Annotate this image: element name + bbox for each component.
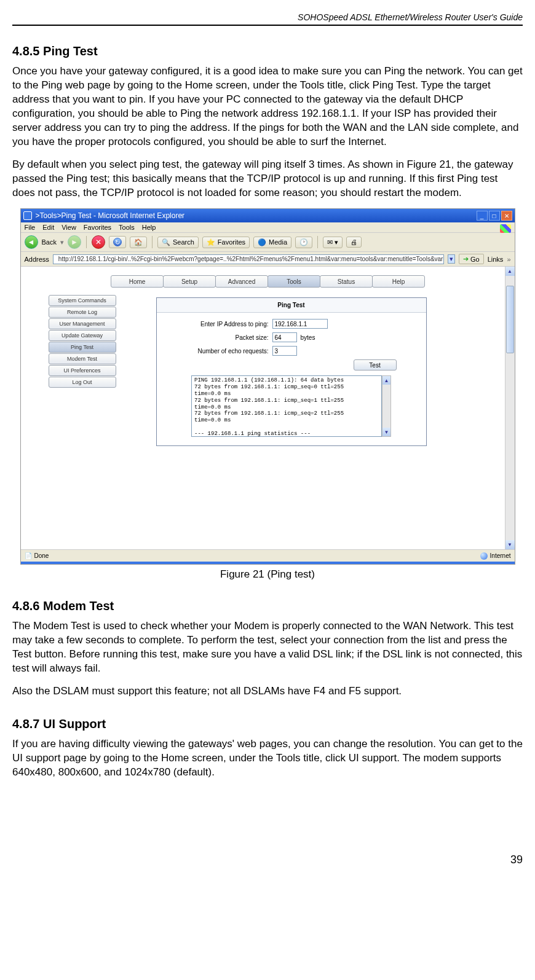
side-modem-test[interactable]: Modem Test [49, 353, 116, 364]
links-chevron-icon[interactable]: » [507, 256, 510, 263]
favorites-button[interactable]: ⭐ Favorites [202, 237, 250, 248]
side-system-commands[interactable]: System Commands [49, 295, 116, 306]
globe-icon [480, 552, 488, 560]
side-log-out[interactable]: Log Out [49, 377, 116, 388]
scroll-down-icon[interactable]: ▼ [382, 428, 390, 436]
window-title: >Tools>Ping Test - Microsoft Internet Ex… [36, 211, 185, 220]
heading-485: 4.8.5 Ping Test [12, 44, 523, 58]
test-button[interactable]: Test [354, 359, 397, 370]
menu-tools[interactable]: Tools [119, 224, 135, 231]
tab-tools[interactable]: Tools [268, 275, 320, 288]
running-header: SOHOSpeed ADSL Ethernet/Wireless Router … [12, 12, 523, 22]
ping-panel: Ping Test Enter IP Address to ping: Pack… [156, 297, 427, 446]
page-scroll-down-icon[interactable]: ▼ [505, 540, 515, 549]
tab-advanced[interactable]: Advanced [215, 275, 268, 288]
stop-icon[interactable]: ✕ [92, 235, 105, 249]
figure-caption: Figure 21 (Ping test) [12, 568, 523, 581]
ip-label: Enter IP Address to ping: [168, 321, 272, 327]
tab-status[interactable]: Status [320, 275, 373, 288]
mail-button[interactable]: ✉ ▾ [323, 237, 343, 248]
print-button[interactable]: 🖨 [346, 237, 362, 248]
side-remote-log[interactable]: Remote Log [49, 307, 116, 318]
count-label: Number of echo requests: [168, 348, 272, 355]
address-value: http://192.168.1.1/cgi-bin/..%2Fcgi-bin%… [58, 256, 444, 262]
refresh-button[interactable]: ↻ [109, 236, 126, 248]
panel-title: Ping Test [157, 298, 426, 313]
page-content: Home Setup Advanced Tools Status Help Sy… [21, 267, 515, 549]
router-topnav: Home Setup Advanced Tools Status Help [21, 267, 515, 294]
address-label: Address [25, 256, 49, 263]
ip-input[interactable] [272, 319, 328, 329]
heading-487: 4.8.7 UI Support [12, 717, 523, 731]
go-button[interactable]: ➔Go [459, 254, 484, 264]
menubar: File Edit View Favorites Tools Help [21, 222, 515, 233]
header-rule [12, 25, 523, 26]
tab-setup[interactable]: Setup [163, 275, 216, 288]
scroll-up-icon[interactable]: ▲ [382, 376, 390, 385]
minimize-button[interactable]: _ [477, 211, 488, 221]
links-label[interactable]: Links [488, 256, 504, 263]
para-487-1: If you are having difficulty viewing the… [12, 737, 523, 780]
menu-file[interactable]: File [25, 224, 36, 231]
search-button[interactable]: 🔍 Search [157, 237, 199, 248]
forward-icon[interactable]: ► [68, 235, 81, 249]
maximize-button[interactable]: □ [489, 211, 500, 221]
side-ping-test[interactable]: Ping Test [49, 342, 116, 353]
para-485-2: By default when you select ping test, th… [12, 158, 523, 200]
status-done: Done [34, 552, 49, 559]
side-ui-preferences[interactable]: UI Preferences [49, 365, 116, 376]
close-button[interactable]: ✕ [501, 211, 512, 221]
nav-toolbar: ◄ Back ▾ ► ✕ ↻ 🏠 🔍 Search ⭐ Favorites 🔵 … [21, 233, 515, 252]
home-button[interactable]: 🏠 [130, 237, 147, 248]
heading-486: 4.8.6 Modem Test [12, 599, 523, 613]
back-icon[interactable]: ◄ [25, 235, 38, 249]
size-unit: bytes [301, 334, 315, 341]
tab-home[interactable]: Home [111, 275, 164, 288]
size-input[interactable] [272, 332, 297, 342]
para-486-1: The Modem Test is used to check whether … [12, 619, 523, 676]
figure-21: >Tools>Ping Test - Microsoft Internet Ex… [20, 208, 515, 565]
ie-icon [23, 211, 32, 220]
count-input[interactable] [272, 346, 297, 356]
back-button[interactable]: Back [42, 238, 57, 246]
status-bar: 📄 Done Internet [21, 549, 515, 562]
ping-results: PING 192.168.1.1 (192.168.1.1): 64 data … [191, 375, 382, 437]
tab-help[interactable]: Help [372, 275, 425, 288]
para-485-1: Once you have your gateway configured, i… [12, 65, 523, 149]
page-scroll-up-icon[interactable]: ▲ [505, 267, 515, 276]
menu-edit[interactable]: Edit [42, 224, 54, 231]
page-number: 39 [12, 853, 523, 866]
page-icon-status: 📄 [25, 552, 32, 559]
menu-view[interactable]: View [61, 224, 76, 231]
window-titlebar: >Tools>Ping Test - Microsoft Internet Ex… [21, 209, 515, 222]
size-label: Packet size: [168, 334, 272, 341]
side-update-gateway[interactable]: Update Gateway [49, 330, 116, 341]
menu-help[interactable]: Help [142, 224, 156, 231]
address-input[interactable]: http://192.168.1.1/cgi-bin/..%2Fcgi-bin%… [53, 254, 444, 264]
media-button[interactable]: 🔵 Media [253, 237, 291, 248]
router-sidenav: System Commands Remote Log User Manageme… [49, 295, 116, 388]
side-user-management[interactable]: User Management [49, 318, 116, 329]
results-scrollbar[interactable]: ▲ ▼ [382, 375, 391, 437]
taskbar-stripe [21, 562, 515, 564]
address-dropdown[interactable]: ▾ [448, 254, 455, 264]
para-486-2: Also the DSLAM must support this feature… [12, 684, 523, 699]
history-button[interactable]: 🕑 [295, 237, 312, 248]
address-bar: Address http://192.168.1.1/cgi-bin/..%2F… [21, 252, 515, 267]
browser-scrollbar[interactable]: ▲ ▼ [505, 267, 515, 549]
scroll-thumb[interactable] [506, 286, 514, 353]
status-zone: Internet [490, 552, 511, 559]
windows-flag-icon [500, 224, 511, 233]
menu-favorites[interactable]: Favorites [84, 224, 111, 231]
